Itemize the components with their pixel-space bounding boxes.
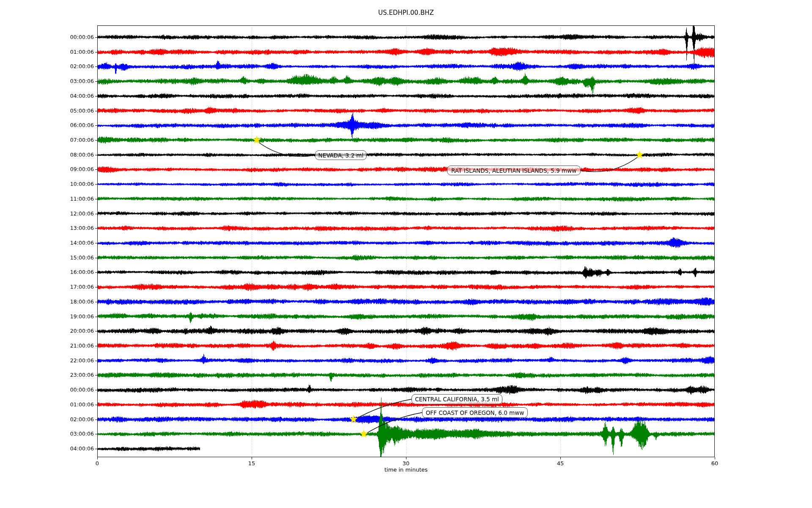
seismogram-figure: US.EDHPI.00.BHZ 00:00:0601:00:0602:00:06… bbox=[0, 0, 812, 508]
y-axis-label: 02:00:06 bbox=[60, 63, 94, 70]
y-tick bbox=[95, 199, 97, 199]
y-tick bbox=[95, 169, 97, 170]
y-axis-label: 11:00:06 bbox=[60, 196, 94, 202]
seismogram-canvas bbox=[0, 0, 812, 508]
y-axis-label: 04:00:06 bbox=[60, 93, 94, 99]
y-tick bbox=[95, 346, 97, 346]
y-axis-label: 00:00:06 bbox=[60, 387, 94, 393]
event-label-rat-islands: RAT ISLANDS, ALEUTIAN ISLANDS, 5.9 mww bbox=[447, 166, 581, 175]
y-axis-label: 09:00:06 bbox=[60, 166, 94, 173]
y-axis-label: 00:00:06 bbox=[60, 34, 94, 41]
x-tick bbox=[252, 457, 252, 459]
y-axis-label: 07:00:06 bbox=[60, 137, 94, 144]
figure-title: US.EDHPI.00.BHZ bbox=[0, 9, 812, 17]
y-tick bbox=[95, 317, 97, 317]
x-tick-label: 0 bbox=[85, 460, 110, 467]
y-tick bbox=[95, 434, 97, 434]
y-tick bbox=[95, 111, 97, 111]
y-tick bbox=[95, 405, 97, 405]
x-tick bbox=[406, 457, 406, 459]
y-axis-label: 20:00:06 bbox=[60, 328, 94, 334]
y-axis-label: 05:00:06 bbox=[60, 108, 94, 114]
x-tick-label: 45 bbox=[548, 460, 573, 467]
y-axis-label: 08:00:06 bbox=[60, 152, 94, 158]
y-tick bbox=[95, 258, 97, 258]
y-tick bbox=[95, 66, 97, 67]
y-tick bbox=[95, 214, 97, 214]
y-axis-label: 12:00:06 bbox=[60, 210, 94, 217]
y-axis-label: 01:00:06 bbox=[60, 401, 94, 408]
y-axis-label: 04:00:06 bbox=[60, 445, 94, 452]
y-tick bbox=[95, 420, 97, 420]
y-axis-label: 02:00:06 bbox=[60, 416, 94, 423]
y-tick bbox=[95, 331, 97, 331]
y-axis-label: 03:00:06 bbox=[60, 78, 94, 85]
x-tick bbox=[560, 457, 561, 459]
y-tick bbox=[95, 272, 97, 273]
x-tick bbox=[97, 457, 98, 459]
y-tick bbox=[95, 302, 97, 302]
y-tick bbox=[95, 81, 97, 82]
y-axis-label: 21:00:06 bbox=[60, 342, 94, 349]
y-tick bbox=[95, 243, 97, 243]
event-label-nevada: NEVADA, 3.2 ml bbox=[315, 150, 367, 160]
y-axis-label: 10:00:06 bbox=[60, 181, 94, 188]
y-tick bbox=[95, 155, 97, 155]
y-tick bbox=[95, 390, 97, 390]
y-axis-label: 01:00:06 bbox=[60, 49, 94, 55]
event-label-off-coast-oregon: OFF COAST OF OREGON, 6.0 mww bbox=[422, 407, 528, 418]
y-axis-label: 14:00:06 bbox=[60, 240, 94, 246]
y-tick bbox=[95, 96, 97, 97]
y-tick bbox=[95, 287, 97, 287]
x-tick bbox=[715, 457, 715, 459]
y-tick bbox=[95, 375, 97, 375]
y-tick bbox=[95, 52, 97, 52]
y-tick bbox=[95, 228, 97, 229]
x-tick-label: 15 bbox=[239, 460, 264, 467]
y-axis-label: 15:00:06 bbox=[60, 254, 94, 261]
y-tick bbox=[95, 449, 97, 449]
x-axis-title: time in minutes bbox=[97, 467, 715, 473]
y-tick bbox=[95, 37, 97, 38]
x-tick-label: 60 bbox=[702, 460, 727, 467]
y-tick bbox=[95, 125, 97, 126]
y-axis-label: 16:00:06 bbox=[60, 269, 94, 276]
y-axis-label: 19:00:06 bbox=[60, 313, 94, 320]
x-tick-label: 30 bbox=[393, 460, 419, 467]
y-axis-label: 13:00:06 bbox=[60, 225, 94, 232]
y-tick bbox=[95, 140, 97, 141]
y-axis-label: 22:00:06 bbox=[60, 357, 94, 364]
event-label-central-california: CENTRAL CALIFORNIA, 3.5 ml bbox=[411, 394, 502, 404]
y-tick bbox=[95, 184, 97, 185]
y-axis-label: 23:00:06 bbox=[60, 372, 94, 378]
y-axis-label: 03:00:06 bbox=[60, 431, 94, 437]
y-axis-label: 17:00:06 bbox=[60, 284, 94, 290]
y-axis-label: 06:00:06 bbox=[60, 122, 94, 129]
y-tick bbox=[95, 361, 97, 361]
y-axis-label: 18:00:06 bbox=[60, 298, 94, 305]
